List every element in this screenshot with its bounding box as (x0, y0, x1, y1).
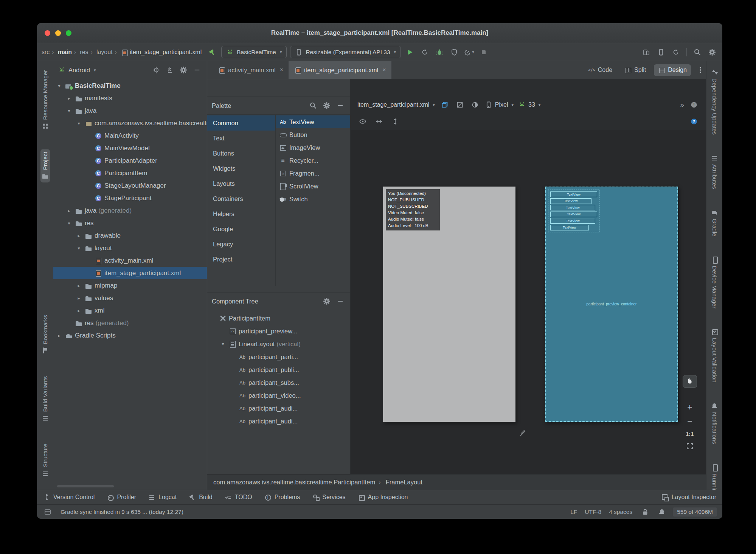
profiler-button[interactable]: ▾ (463, 47, 475, 58)
tool-window-button[interactable]: Problems (264, 494, 300, 501)
palette-category[interactable]: Text (207, 131, 275, 146)
toolbar-overflow-icon[interactable]: » (680, 101, 684, 109)
view-options-eye-icon[interactable] (357, 116, 368, 127)
theme-icon[interactable] (470, 100, 480, 110)
project-tree-item[interactable]: ▸ xml (53, 304, 207, 317)
tool-window-button[interactable]: Services (312, 494, 345, 501)
project-tree-item[interactable]: MainActivity (53, 129, 207, 142)
more-options-icon[interactable] (695, 64, 706, 76)
component-tree-item[interactable]: ▾ LinearLayout (vertical) (207, 338, 350, 350)
indent-indicator[interactable]: 4 spaces (609, 509, 632, 515)
breadcrumb-item[interactable]: › item_stage_participant.xml (113, 48, 202, 56)
tool-window-button[interactable]: TODO (225, 494, 252, 501)
project-tree-item[interactable]: StageLayoutManager (53, 179, 207, 192)
design-blueprint-toggle-icon[interactable] (455, 100, 465, 110)
breadcrumb-item[interactable]: › res (72, 49, 88, 56)
lock-icon[interactable] (640, 507, 650, 517)
breadcrumb-item[interactable]: › main (50, 49, 72, 56)
tree-expand-icon[interactable]: ▾ (65, 221, 73, 226)
tool-window-button[interactable]: Logcat (148, 494, 177, 501)
blueprint-textview[interactable]: TextView (550, 205, 595, 210)
zoom-to-fit-button[interactable] (686, 442, 694, 450)
layout-file-selector[interactable]: item_stage_participant.xml ▾ (357, 101, 435, 108)
tree-expand-icon[interactable]: ▸ (65, 208, 73, 213)
project-tree-item[interactable]: ParticipantItem (53, 167, 207, 179)
tree-expand-icon[interactable]: ▾ (65, 108, 73, 114)
hide-panel-button[interactable] (335, 296, 346, 307)
encoding-indicator[interactable]: UTF-8 (585, 509, 601, 515)
project-tree-item[interactable]: ParticipantAdapter (53, 154, 207, 167)
tree-expand-icon[interactable]: ▸ (75, 296, 82, 301)
tool-stripe-button[interactable]: Device Manager (710, 253, 719, 311)
palette-category[interactable]: Buttons (207, 146, 275, 161)
apply-changes-button[interactable] (419, 47, 430, 58)
palette-component[interactable]: ScrollView (276, 180, 350, 193)
status-message[interactable]: Gradle sync finished in 9 s 635 ... (tod… (61, 509, 183, 515)
tool-window-button[interactable]: Version Control (43, 494, 95, 501)
tool-stripe-button[interactable]: Dependency Updates (710, 66, 719, 137)
tool-stripe-button[interactable]: Bookmarks (40, 312, 50, 357)
tree-expand-icon[interactable]: ▾ (75, 121, 82, 126)
blueprint-textview[interactable]: TextView (550, 218, 595, 224)
horizontal-scrollbar[interactable] (57, 485, 114, 487)
zoom-actual-size-button[interactable]: 1:1 (686, 431, 694, 437)
tree-expand-icon[interactable]: ▸ (56, 333, 63, 338)
component-tree-item[interactable]: participant_audi... (207, 415, 350, 428)
debug-button[interactable] (434, 47, 445, 58)
preview-resize-handle[interactable] (518, 428, 526, 436)
tree-expand-icon[interactable]: ▾ (56, 83, 63, 89)
project-tree-item[interactable]: item_stage_participant.xml (53, 267, 207, 279)
project-tree-item[interactable]: ▸ manifests (53, 92, 207, 104)
project-tree-item[interactable]: MainViewModel (53, 142, 207, 154)
palette-component[interactable]: TextView (276, 115, 350, 128)
minimize-button[interactable] (55, 30, 61, 36)
device-mirroring-icon[interactable] (641, 47, 652, 58)
tree-expand-icon[interactable]: ▸ (65, 96, 73, 101)
run-button[interactable] (404, 47, 416, 58)
stop-button[interactable] (478, 47, 489, 58)
palette-component[interactable]: Button (276, 128, 350, 141)
hide-panel-button[interactable] (335, 100, 346, 111)
settings-icon[interactable] (321, 100, 332, 111)
run-configuration-selector[interactable]: BasicRealTime ▾ (221, 46, 287, 58)
issues-icon[interactable] (689, 100, 699, 110)
palette-category[interactable]: Google (207, 221, 275, 237)
project-tree-item[interactable]: ▾ java (53, 104, 207, 117)
notifications-icon[interactable] (658, 508, 665, 515)
api-level-selector[interactable]: 33 ▾ (518, 101, 540, 109)
locate-file-button[interactable] (151, 65, 161, 75)
close-button[interactable] (45, 30, 50, 36)
palette-category[interactable]: Layouts (207, 176, 275, 191)
tool-window-button[interactable]: Profiler (107, 494, 136, 501)
palette-component[interactable]: Fragmen... (276, 167, 350, 180)
view-mode-button[interactable]: Design (654, 64, 691, 76)
palette-category[interactable]: Project (207, 252, 275, 267)
project-tree-item[interactable]: StageParticipant (53, 192, 207, 204)
palette-category[interactable]: Common (207, 115, 275, 131)
view-mode-button[interactable]: Code (584, 64, 616, 76)
device-manager-icon[interactable] (655, 47, 667, 58)
component-tree-item[interactable]: participant_parti... (207, 350, 350, 363)
memory-indicator[interactable]: 559 of 4096M (673, 507, 717, 517)
tree-expand-icon[interactable]: ▸ (75, 233, 82, 238)
settings-icon[interactable] (178, 65, 189, 75)
search-icon[interactable] (308, 100, 318, 111)
project-tree-item[interactable]: activity_main.xml (53, 254, 207, 267)
blueprint-textview[interactable]: TextView (550, 212, 597, 217)
component-breadcrumb-item[interactable]: com.amazonaws.ivs.realtime.basicrealtime… (213, 479, 375, 486)
preview-device-selector[interactable]: Pixel ▾ (485, 101, 514, 109)
project-tree-item[interactable]: ▾ BasicRealTime (53, 79, 207, 92)
blueprint-preview[interactable]: TextViewTextViewTextViewTextViewTextView… (545, 187, 678, 422)
zoom-out-button[interactable]: − (687, 417, 692, 426)
project-tree-item[interactable]: ▾ com.amazonaws.ivs.realtime.basicrealti… (53, 117, 207, 129)
breadcrumb-item[interactable]: src (42, 49, 50, 56)
zoom-in-button[interactable]: + (687, 403, 692, 412)
tree-expand-icon[interactable]: ▸ (75, 308, 82, 313)
project-tree-item[interactable]: ▾ res (53, 217, 207, 229)
palette-component[interactable]: Switch (276, 193, 350, 205)
build-hammer-icon[interactable] (206, 47, 218, 58)
close-tab-icon[interactable]: × (382, 67, 386, 73)
tree-expand-icon[interactable]: ▾ (219, 341, 227, 347)
blueprint-textview[interactable]: TextView (550, 198, 591, 204)
breadcrumb-item[interactable]: › layout (88, 49, 113, 56)
